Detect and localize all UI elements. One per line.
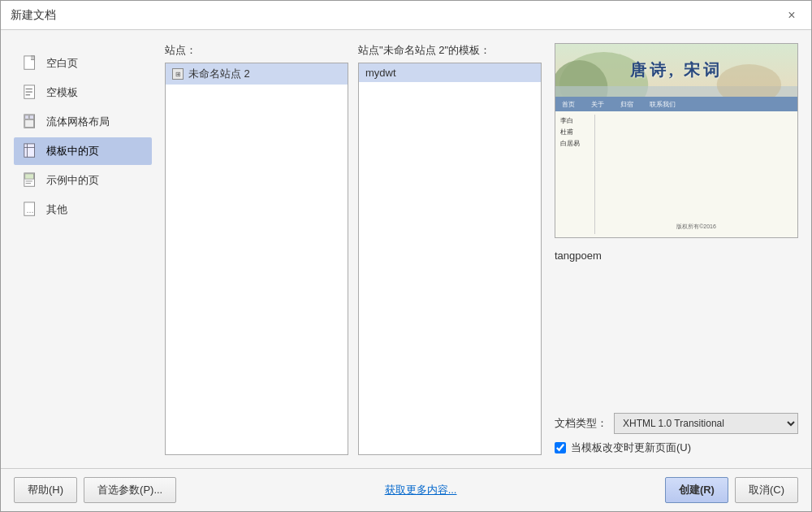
doctype-select[interactable]: XHTML 1.0 Transitional XHTML 1.0 Strict …: [614, 413, 798, 434]
title-bar: 新建文档 ×: [1, 1, 811, 30]
doctype-row: 文档类型： XHTML 1.0 Transitional XHTML 1.0 S…: [555, 413, 798, 434]
preview-sidebar: 李白 杜甫 白居易: [559, 115, 595, 234]
category-label-fluid-grid: 流体网格布局: [46, 115, 110, 129]
middle-section: 站点： ⊞ 未命名站点 2 站点"未命名站点 2"的模板： mydwt: [165, 43, 542, 455]
preview-footer: 版权所有©2016: [676, 223, 716, 231]
spacer: [555, 273, 798, 405]
category-label-template-page: 模板中的页: [46, 144, 99, 158]
svg-rect-8: [25, 119, 34, 127]
update-on-change-checkbox[interactable]: [555, 442, 566, 453]
preview-box: 唐诗, 宋词 首页 关于 归宿 联系我们 李白 杜甫 白居易: [555, 43, 798, 238]
checkbox-row: 当模板改变时更新页面(U): [555, 440, 798, 455]
right-section: 唐诗, 宋词 首页 关于 归宿 联系我们 李白 杜甫 白居易: [555, 43, 798, 455]
svg-rect-7: [29, 115, 33, 119]
category-label-blank-template: 空模板: [46, 85, 78, 100]
category-label-example-page: 示例中的页: [46, 173, 99, 188]
blank-page-icon: [22, 54, 40, 72]
dialog-body: 空白页 空模板: [1, 30, 811, 468]
close-button[interactable]: ×: [782, 6, 801, 25]
get-more-button[interactable]: 获取更多内容...: [385, 483, 457, 497]
preview-nav-return: 归宿: [620, 100, 633, 109]
templates-panel-label: 站点"未命名站点 2"的模板：: [358, 43, 542, 58]
category-item-blank-template[interactable]: 空模板: [14, 79, 152, 106]
preview-inner: 唐诗, 宋词 首页 关于 归宿 联系我们 李白 杜甫 白居易: [555, 44, 797, 237]
svg-text:...: ...: [27, 205, 34, 215]
sites-panel: 站点： ⊞ 未命名站点 2: [165, 43, 348, 455]
svg-rect-6: [25, 115, 29, 119]
preview-sidebar-item-1: 李白: [560, 116, 593, 125]
preview-header-text: 唐诗, 宋词: [630, 59, 723, 81]
bottom-left: 帮助(H) 首选参数(P)...: [14, 477, 176, 503]
preferences-button[interactable]: 首选参数(P)...: [84, 477, 176, 503]
category-item-blank-page[interactable]: 空白页: [14, 50, 152, 77]
create-button[interactable]: 创建(R): [665, 477, 728, 503]
category-item-template-page[interactable]: 模板中的页: [14, 137, 152, 165]
preview-nav-about: 关于: [591, 100, 604, 109]
preview-sidebar-item-3: 白居易: [560, 139, 593, 148]
category-list: 空白页 空模板: [14, 43, 152, 455]
category-item-example-page[interactable]: 示例中的页: [14, 167, 152, 194]
category-label-other: 其他: [46, 202, 67, 217]
other-icon: ...: [22, 201, 40, 219]
preview-nav-home: 首页: [562, 100, 575, 109]
doctype-label: 文档类型：: [555, 416, 607, 431]
doctype-select-wrapper[interactable]: XHTML 1.0 Transitional XHTML 1.0 Strict …: [614, 413, 798, 434]
category-item-fluid-grid[interactable]: 流体网格布局: [14, 108, 152, 136]
sites-list[interactable]: ⊞ 未命名站点 2: [165, 63, 348, 455]
dialog-title: 新建文档: [11, 8, 56, 23]
checkbox-label: 当模板改变时更新页面(U): [571, 440, 691, 455]
site-item-1[interactable]: ⊞ 未命名站点 2: [166, 63, 348, 85]
preview-sidebar-item-2: 杜甫: [560, 128, 593, 137]
template-page-icon: [22, 142, 40, 160]
templates-panel: 站点"未命名站点 2"的模板： mydwt: [358, 43, 542, 455]
site-item-label-1: 未命名站点 2: [188, 67, 250, 81]
template-name: tangpoem: [555, 246, 798, 265]
preview-header: 唐诗, 宋词: [555, 44, 797, 97]
cancel-button[interactable]: 取消(C): [735, 477, 798, 503]
doctype-section: 文档类型： XHTML 1.0 Transitional XHTML 1.0 S…: [555, 413, 798, 455]
svg-rect-13: [25, 174, 34, 179]
help-button[interactable]: 帮助(H): [14, 477, 77, 503]
example-page-icon: [22, 171, 40, 189]
category-item-other[interactable]: ... 其他: [14, 196, 152, 223]
preview-content: 李白 杜甫 白居易 版权所有©2016: [555, 111, 797, 237]
sites-panel-label: 站点：: [165, 43, 348, 58]
bottom-right: 创建(R) 取消(C): [665, 477, 798, 503]
blank-template-icon: [22, 84, 40, 102]
preview-main: 版权所有©2016: [598, 115, 794, 234]
preview-nav: 首页 关于 归宿 联系我们: [555, 97, 797, 111]
category-label-blank-page: 空白页: [46, 56, 78, 71]
svg-rect-9: [24, 144, 35, 157]
bottom-center: 获取更多内容...: [176, 483, 665, 497]
fluid-grid-icon: [22, 113, 40, 131]
templates-list[interactable]: mydwt: [358, 63, 542, 455]
template-item-1[interactable]: mydwt: [359, 63, 541, 82]
site-icon: ⊞: [172, 68, 184, 80]
template-item-label-1: mydwt: [365, 67, 396, 79]
new-document-dialog: 新建文档 × 空白页: [0, 0, 812, 512]
bottom-bar: 帮助(H) 首选参数(P)... 获取更多内容... 创建(R) 取消(C): [1, 468, 811, 511]
preview-nav-contact: 联系我们: [650, 100, 676, 109]
